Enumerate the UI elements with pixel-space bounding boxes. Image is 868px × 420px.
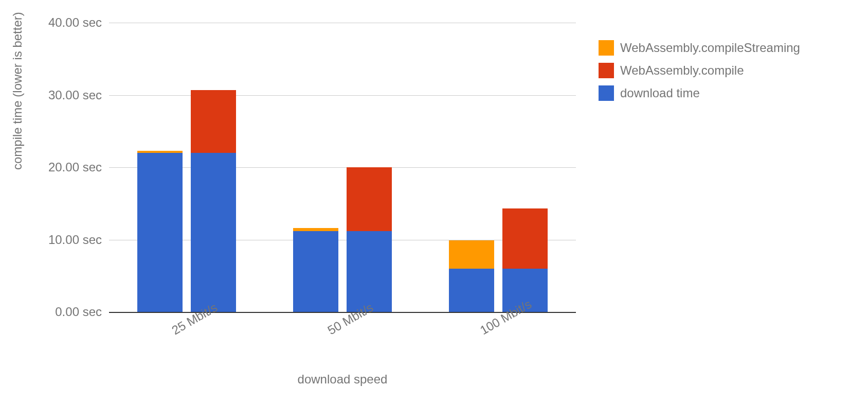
bar xyxy=(191,23,236,312)
legend-item: WebAssembly.compile xyxy=(599,63,800,78)
legend-swatch xyxy=(599,40,614,56)
y-tick-label: 20.00 sec xyxy=(48,160,109,174)
chart-container: compile time (lower is better) 0.00 sec1… xyxy=(0,0,868,420)
y-tick-label: 10.00 sec xyxy=(48,233,109,247)
y-tick-label: 40.00 sec xyxy=(48,15,109,30)
legend-item: WebAssembly.compileStreaming xyxy=(599,40,800,56)
bar-segment xyxy=(502,208,548,269)
y-tick-label: 0.00 sec xyxy=(55,305,109,319)
legend-swatch xyxy=(599,63,614,78)
legend-swatch xyxy=(599,85,614,101)
bar xyxy=(293,23,338,312)
bar-segment xyxy=(293,231,338,312)
bar-segment xyxy=(191,153,236,312)
legend-label: WebAssembly.compileStreaming xyxy=(620,41,800,55)
bar-segment xyxy=(347,167,392,231)
y-tick-label: 30.00 sec xyxy=(48,88,109,102)
legend-label: WebAssembly.compile xyxy=(620,63,744,78)
bar-segment xyxy=(137,151,183,153)
x-axis-label: download speed xyxy=(109,372,576,387)
bar xyxy=(347,23,392,312)
legend-label: download time xyxy=(620,86,700,100)
bar xyxy=(449,23,494,312)
bar xyxy=(137,23,183,312)
bar-segment xyxy=(449,240,494,269)
legend: WebAssembly.compileStreamingWebAssembly.… xyxy=(599,40,800,108)
bar-segment xyxy=(137,153,183,312)
plot-area: 0.00 sec10.00 sec20.00 sec30.00 sec40.00… xyxy=(109,23,576,312)
bar-segment xyxy=(191,90,236,153)
bar-segment xyxy=(293,228,338,231)
bar xyxy=(502,23,548,312)
y-axis-label: compile time (lower is better) xyxy=(10,12,25,170)
legend-item: download time xyxy=(599,85,800,101)
